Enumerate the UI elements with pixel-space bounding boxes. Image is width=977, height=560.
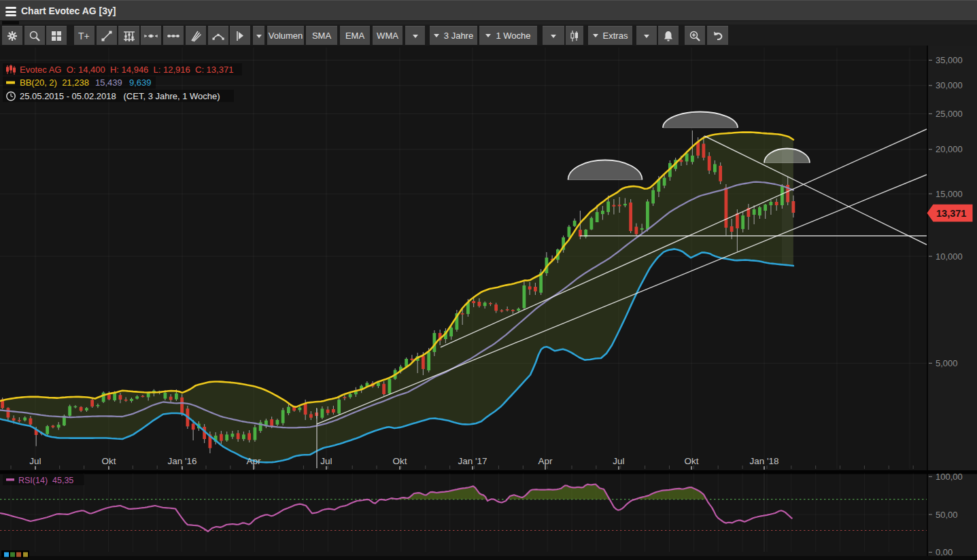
svg-text:5,000: 5,000: [936, 358, 958, 368]
svg-text:30,000: 30,000: [936, 80, 963, 90]
svg-text:Jan '18: Jan '18: [749, 456, 778, 466]
svg-text:Jul: Jul: [29, 456, 41, 466]
svg-text:15,000: 15,000: [936, 189, 963, 199]
svg-text:25,000: 25,000: [936, 109, 963, 119]
svg-text:15,439: 15,439: [95, 77, 122, 88]
svg-text:BB(20, 2) 21,238: BB(20, 2) 21,238: [20, 77, 89, 88]
svg-text:20,000: 20,000: [936, 144, 963, 154]
svg-text:0,00: 0,00: [936, 547, 953, 557]
svg-text:Jul: Jul: [613, 456, 624, 466]
svg-text:T+: T+: [78, 31, 90, 41]
svg-text:Apr: Apr: [246, 456, 261, 466]
svg-text:Okt: Okt: [392, 456, 407, 466]
svg-text:100,00: 100,00: [936, 472, 963, 482]
svg-text:Okt: Okt: [684, 456, 698, 466]
svg-text:Okt: Okt: [101, 456, 116, 466]
svg-text:35,000: 35,000: [936, 55, 963, 65]
svg-text:RSI(14) 45,35: RSI(14) 45,35: [18, 476, 73, 485]
svg-text:Jan '16: Jan '16: [167, 456, 196, 466]
svg-text:Jan '17: Jan '17: [458, 456, 487, 466]
svg-text:Jul: Jul: [320, 456, 332, 466]
svg-text:9,639: 9,639: [129, 77, 152, 88]
svg-text:50,00: 50,00: [936, 510, 958, 520]
svg-text:10,000: 10,000: [936, 251, 963, 262]
svg-text:Evotec AG O: 14,400 H: 14,94: Evotec AG O: 14,400 H: 14,946 L: 12,916 …: [20, 65, 233, 75]
svg-text:25.05.2015 - 05.02.2018 (CET: 25.05.2015 - 05.02.2018 (CET, 3 Jahre, 1…: [20, 91, 220, 101]
svg-text:Apr: Apr: [538, 456, 553, 466]
svg-text:13,371: 13,371: [936, 208, 966, 219]
